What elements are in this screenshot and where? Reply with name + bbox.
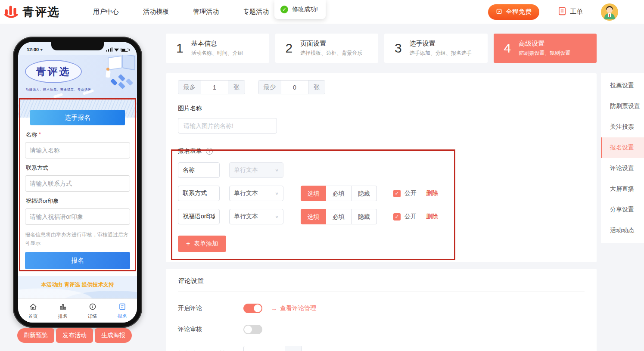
signup-doc-icon [118,302,127,312]
required-button[interactable]: 必填 [326,209,352,224]
success-toast: ✓ 修改成功! [274,0,326,19]
hidden-button[interactable]: 隐藏 [352,209,377,224]
optional-button[interactable]: 选填 [301,186,326,201]
min-label: 最少 [258,81,281,94]
sidebar-item-signup-settings[interactable]: 报名设置 [601,137,644,158]
sidebar-item-vote-settings[interactable]: 投票设置 [601,75,644,96]
row-blessing-type-select[interactable]: 单行文本 ∨ [229,209,283,224]
max-photos-input[interactable] [201,81,228,94]
phone-mockup: 12:00 ➤ 青评选 功能强大、技术领先、安全稳定、专业快速 [13,37,142,328]
name-field[interactable] [25,142,130,158]
tab-signup[interactable]: 报名 [107,299,137,323]
activity-banner: 青评选 功能强大、技术领先、安全稳定、专业快速 [18,55,137,98]
field-label-name: 名称 * [26,131,129,139]
work-order-button[interactable]: 工单 [557,6,583,17]
sidebar-item-follow-vote[interactable]: 关注投票 [601,117,644,137]
info-icon [88,302,97,312]
form-row-contact: 单行文本 ∨ 选填 必填 隐藏 ✓ 公开 删除 [178,186,585,201]
nav-user-center[interactable]: 用户中心 [93,8,119,16]
publish-activity-button[interactable]: 发布活动 [56,328,93,343]
add-form-field-button[interactable]: + 表单添加 [178,236,226,252]
min-photos-input[interactable] [281,81,308,94]
phone-preview-panel: 12:00 ➤ 青评选 功能强大、技术领先、安全稳定、专业快速 [0,24,166,351]
avatar-tie [609,14,610,17]
status-time: 12:00 [27,47,39,52]
row-type-select-disabled[interactable]: 单行文本 ∨ [229,162,283,178]
enable-comments-toggle[interactable] [243,304,262,313]
chevron-down-icon: ∨ [275,191,279,196]
tab-ranking[interactable]: 排名 [48,299,78,323]
brand[interactable]: 青评选 [3,3,88,20]
row-name-input[interactable] [178,162,220,178]
image-name-label: 图片名称 [178,105,585,112]
signup-form-label: 报名表单 [178,147,202,155]
generate-poster-button[interactable]: 生成海报 [95,328,132,343]
step-3-player-setup[interactable]: 3 选手设置 选手添加、分组、报名选手 [384,34,488,63]
sidebar-item-comment-settings[interactable]: 评论设置 [601,158,644,179]
visibility-options: 选填 必填 隐藏 [301,209,377,224]
sidebar-item-big-screen[interactable]: 大屏直播 [601,179,644,199]
avatar-face [607,7,613,13]
required-button[interactable]: 必填 [326,186,352,201]
work-order-doc-icon [557,6,567,17]
photo-limit-row: 最多 张 最少 张 [178,80,585,94]
help-icon[interactable]: ? [206,148,213,155]
contact-field[interactable] [25,175,130,192]
sidebar-item-anti-cheat[interactable]: 防刷票设置 [601,96,644,117]
refresh-preview-button[interactable]: 刷新预览 [17,328,54,343]
step-wizard: 1 基本信息 活动名称、时间、介绍 2 页面设置 选择模板、边框、背景音乐 3 … [166,34,597,63]
delete-row-link[interactable]: 删除 [426,189,438,197]
row-contact-type-select[interactable]: 单行文本 ∨ [229,186,283,201]
phone-screen: 12:00 ➤ 青评选 功能强大、技术领先、安全稳定、专业快速 [18,42,137,323]
public-label: 公开 [404,213,417,221]
home-icon [29,302,37,312]
comment-limit-input[interactable] [244,346,285,351]
free-button[interactable]: 全程免费 [488,4,539,20]
row-contact-input[interactable] [178,186,220,201]
nav-special-activities[interactable]: 专题活动 [243,8,269,16]
optional-button[interactable]: 选填 [301,209,326,224]
step-1-basic-info[interactable]: 1 基本信息 活动名称、时间、介绍 [166,34,269,63]
blessing-field[interactable] [25,208,130,225]
image-name-input[interactable] [178,118,277,134]
form-row-name: 单行文本 ∨ [178,162,585,178]
phone-notch [51,42,104,50]
public-label: 公开 [404,189,417,197]
field-label-blessing: 祝福语or印象 [26,197,129,205]
phone-tabbar: 首页 排名 详情 [18,298,137,323]
comment-limit-group: 次 [243,346,302,351]
comment-review-toggle[interactable] [243,325,262,334]
banner-logo-oval: 青评选 [25,60,82,83]
tab-details[interactable]: 详情 [78,299,107,323]
sidebar-item-activity-news[interactable]: 活动动态 [601,220,644,241]
max-photos-group: 最多 张 [178,80,245,94]
delete-row-link[interactable]: 删除 [426,213,438,221]
success-check-icon: ✓ [280,6,288,13]
public-checkbox[interactable]: ✓ [393,190,401,197]
signup-form-section: 报名表单 ? 单行文本 ∨ 单行文本 ∨ 选填 必 [178,147,585,252]
manage-comments-link[interactable]: → 查看评论管理 [271,304,316,312]
nav-manage-activities[interactable]: 管理活动 [193,8,219,16]
signal-icon [106,47,113,52]
comment-limit-row: 每个微信号可评论 次 [178,346,585,351]
signup-submit-button[interactable]: 报名 [25,252,130,269]
brand-logo-icon [3,3,19,20]
public-checkbox[interactable]: ✓ [393,213,401,221]
nav-activity-templates[interactable]: 活动模板 [143,8,169,16]
row-blessing-input[interactable] [178,209,220,224]
toast-message: 修改成功! [292,6,318,13]
hidden-button[interactable]: 隐藏 [352,186,377,201]
arrow-right-icon: → [271,305,277,312]
tab-home[interactable]: 首页 [18,299,48,323]
step-2-page-setup[interactable]: 2 页面设置 选择模板、边框、背景音乐 [275,34,379,63]
max-label: 最多 [178,81,201,94]
sidebar-item-share-settings[interactable]: 分享设置 [601,199,644,220]
comment-settings-title: 评论设置 [178,269,585,292]
signup-settings-card: 最多 张 最少 张 图片名称 报名表单 ? 单行文本 [166,73,597,262]
field-label-contact: 联系方式 [26,164,129,172]
plus-icon: + [186,240,190,248]
user-avatar[interactable] [601,3,618,21]
registration-header[interactable]: 选手报名 [30,110,125,125]
step-4-advanced-setup[interactable]: 4 高级设置 防刷票设置、规则设置 [494,34,597,63]
chevron-down-icon: ∨ [275,214,279,219]
